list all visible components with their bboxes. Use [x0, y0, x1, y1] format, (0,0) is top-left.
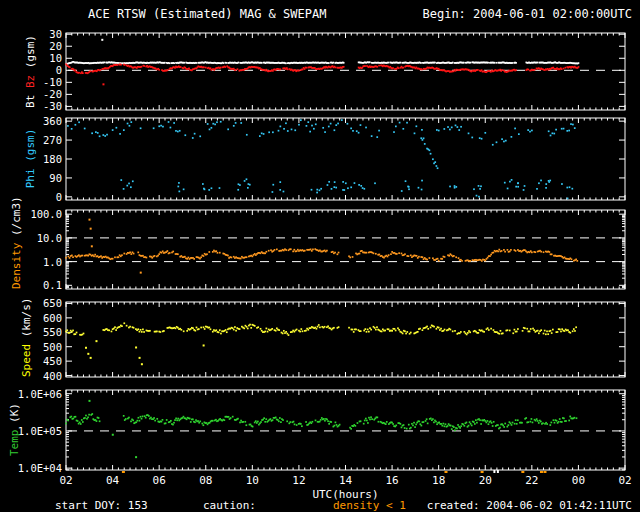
- series-bz: [65, 63, 579, 85]
- y-axis-label-temp: Temp (K): [8, 390, 21, 470]
- y-axis-label-bt-bz: Bt Bz (gsm): [24, 33, 37, 110]
- x-tick-label: 12: [285, 474, 313, 487]
- series-bt: [65, 39, 579, 65]
- created-timestamp: created: 2004-06-02 01:42:11UTC: [427, 499, 632, 512]
- x-tick-label: 00: [564, 474, 592, 487]
- x-tick-label: 22: [518, 474, 546, 487]
- start-doy-label: start DOY: 153: [55, 499, 148, 512]
- x-tick-label: 02: [52, 474, 80, 487]
- panel-temp: [65, 390, 625, 470]
- x-tick-label: 14: [332, 474, 360, 487]
- series-phi-low: [120, 178, 573, 199]
- y-axis-label-speed: Speed (km/s): [20, 302, 33, 377]
- x-tick-label: 16: [378, 474, 406, 487]
- plot-area: [0, 0, 640, 512]
- series-phi-streak: [420, 137, 438, 169]
- x-tick-label: 02: [611, 474, 639, 487]
- panel-phi: [66, 118, 625, 200]
- y-axis-label-phi: Phi (gsm): [24, 118, 37, 200]
- panel-bt-bz: [65, 33, 625, 110]
- x-tick-label: 10: [238, 474, 266, 487]
- x-tick-label: 08: [192, 474, 220, 487]
- caution-density-value: density < 1: [333, 499, 406, 512]
- x-tick-label: 18: [425, 474, 453, 487]
- y-axis-label-density: Density (/cm3): [10, 210, 23, 289]
- x-tick-label: 20: [471, 474, 499, 487]
- series-density: [65, 219, 578, 274]
- x-tick-label: 06: [145, 474, 173, 487]
- series-phi-main: [67, 119, 576, 145]
- series-temp: [65, 400, 577, 458]
- panel-speed: [65, 302, 625, 377]
- ace-rtsw-plot-window: ACE RTSW (Estimated) MAG & SWEPAM Begin:…: [0, 0, 640, 512]
- series-speed: [65, 322, 577, 365]
- x-tick-label: 04: [99, 474, 127, 487]
- caution-label: caution:: [203, 499, 256, 512]
- panel-density: [65, 210, 625, 289]
